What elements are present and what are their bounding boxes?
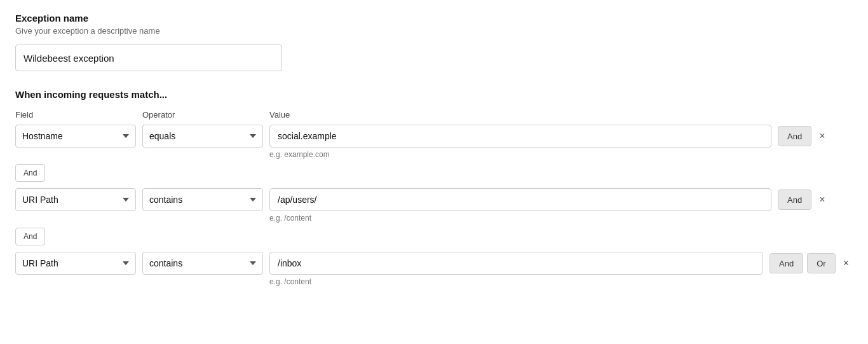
row-actions-2: And × (778, 189, 829, 210)
value-input-1[interactable] (269, 125, 771, 148)
col-value-header: Value (269, 110, 290, 120)
field-select-3[interactable]: Hostname URI Path IP Address User Agent (15, 252, 136, 275)
columns-header: Field Operator Value (15, 110, 853, 120)
col-field-header: Field (15, 110, 136, 120)
remove-button-2[interactable]: × (815, 192, 829, 207)
rule-row-wrapper-2: Hostname URI Path IP Address User Agent … (15, 188, 853, 249)
operator-select-1[interactable]: equals contains starts with ends with (142, 125, 263, 148)
exception-name-desc: Give your exception a descriptive name (15, 26, 853, 36)
rule-row-wrapper-3: Hostname URI Path IP Address User Agent … (15, 252, 853, 286)
hint-text-3: e.g. /content (269, 277, 853, 286)
and-button-1[interactable]: And (778, 126, 811, 146)
rule-row-wrapper-1: Hostname URI Path IP Address User Agent … (15, 125, 853, 186)
row-actions-1: And × (778, 126, 829, 146)
hint-text-1: e.g. example.com (269, 150, 853, 159)
rule-row-2: Hostname URI Path IP Address User Agent … (15, 188, 853, 211)
operator-select-2[interactable]: equals contains starts with ends with (142, 188, 263, 211)
value-input-3[interactable] (269, 252, 763, 275)
exception-name-input[interactable] (15, 45, 282, 71)
and-button-2[interactable]: And (778, 189, 811, 210)
hint-text-2: e.g. /content (269, 214, 853, 223)
and-button-3[interactable]: And (770, 253, 803, 273)
col-operator-header: Operator (142, 110, 263, 120)
connector-and-1[interactable]: And (15, 164, 45, 182)
field-select-1[interactable]: Hostname URI Path IP Address User Agent (15, 125, 136, 148)
or-button-3[interactable]: Or (807, 253, 835, 273)
when-section: When incoming requests match... Field Op… (15, 89, 853, 286)
operator-select-3[interactable]: equals contains starts with ends with (142, 252, 263, 275)
value-input-2[interactable] (269, 188, 771, 211)
rule-row-1: Hostname URI Path IP Address User Agent … (15, 125, 853, 148)
exception-name-section: Exception name Give your exception a des… (15, 13, 853, 71)
remove-button-1[interactable]: × (815, 128, 829, 144)
connector-and-2[interactable]: And (15, 228, 45, 245)
exception-name-label: Exception name (15, 13, 853, 24)
row-actions-3: And Or × (770, 253, 853, 273)
when-title: When incoming requests match... (15, 89, 853, 100)
remove-button-3[interactable]: × (839, 256, 853, 271)
rule-row-3: Hostname URI Path IP Address User Agent … (15, 252, 853, 275)
field-select-2[interactable]: Hostname URI Path IP Address User Agent (15, 188, 136, 211)
